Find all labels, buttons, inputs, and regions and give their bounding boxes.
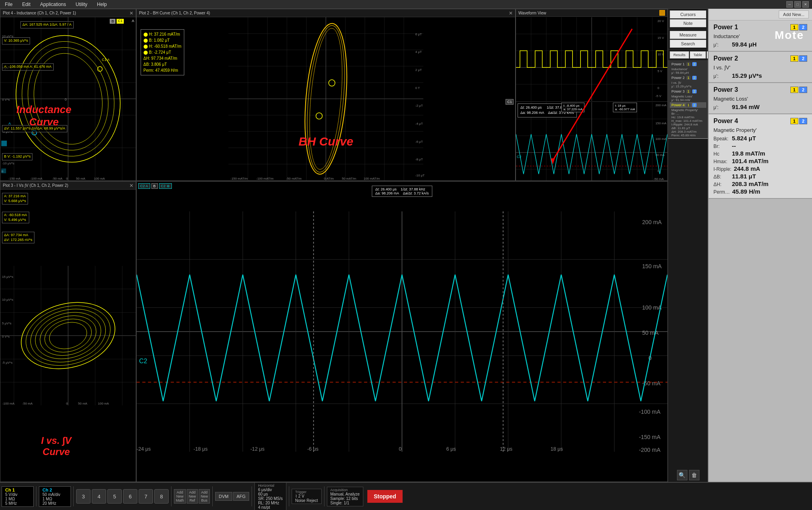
power4-bpeak-row: Bpeak: 5.824 μT (713, 135, 807, 142)
num-btn-6[interactable]: 6 (123, 489, 137, 504)
ch2-ohm: 1 MΩ (42, 497, 67, 501)
ivj-close[interactable]: ✕ (129, 183, 133, 188)
svg-text:0 V*s: 0 V*s (2, 98, 10, 101)
menu-help[interactable]: Help (95, 1, 109, 8)
stopped-button[interactable]: Stopped (367, 490, 403, 503)
measure-btn[interactable]: Measure (670, 31, 706, 39)
t2-cursor: t: 18 μsa: -60.977 mA (613, 103, 637, 112)
svg-text:200 mA: 200 mA (655, 103, 667, 107)
power1-ch2-badge: 2 (799, 24, 807, 30)
inductance-ch-b: B (110, 19, 115, 24)
ch1-vdiv: 5 V/div (5, 492, 30, 497)
svg-text:100 mAT/m: 100 mAT/m (364, 177, 380, 180)
inductance-canvas[interactable]: 0 0 V*s 5 μV*s 10 μV*s -5 μV*s -10 μV*s (0, 17, 136, 180)
c2-o-badge: C2 ⊕ (159, 183, 172, 189)
table-btn[interactable]: Table (690, 51, 706, 59)
svg-text:-18 μs: -18 μs (193, 446, 208, 452)
svg-text:C1 A: C1 A (102, 58, 109, 62)
menu-edit[interactable]: Edit (20, 1, 32, 8)
waveform-bottom-area[interactable]: 200 mA 150 mA 100 mA 50 mA 0 -50 mA -100… (516, 102, 667, 181)
num-btn-3[interactable]: 3 (76, 489, 91, 504)
results-btn[interactable]: Results (670, 51, 689, 59)
bh-close[interactable]: ✕ (509, 10, 513, 16)
power4-iripple-label: I-Ripple: (713, 166, 731, 172)
bottom-waveform-canvas[interactable]: 200 mA 150 mA 100 mA 50 mA 0 -50 mA -100… (137, 182, 667, 482)
acq-label: Acquisition (330, 488, 360, 492)
waveform-top-area[interactable]: 20 V 15 V 10 V 5 V 0 -5 V (516, 17, 667, 102)
afg-btn[interactable]: AFG (233, 492, 250, 501)
inductance-ch-a: A (132, 19, 134, 23)
menu-utility[interactable]: Utility (74, 1, 89, 8)
note-btn[interactable]: Note (670, 19, 706, 27)
svg-text:50 mA: 50 mA (642, 330, 659, 336)
status-divider-7 (324, 486, 324, 506)
power1-mu-label: μ': (713, 42, 729, 48)
zoom-minus-btn[interactable]: 🔍 (677, 470, 687, 480)
middle-sidebar: Cursors Note Measure Search Results Tabl… (668, 9, 708, 482)
add-bus-btn[interactable]: AddNewBus (199, 489, 210, 504)
add-math-btn[interactable]: AddNewMath (174, 489, 186, 504)
ivj-canvas[interactable]: 15 μV*s 10 μV*s 5 μV*s 0 V*s -5 μV*s (0, 190, 136, 482)
cursors-btn[interactable]: Cursors (670, 10, 706, 18)
inductance-close[interactable]: ✕ (129, 10, 133, 16)
close-button[interactable]: ✕ (802, 1, 809, 8)
svg-text:0 V*s: 0 V*s (2, 335, 10, 338)
power2-subtitle: I vs. ∫V' (713, 65, 807, 71)
svg-text:-24 μs: -24 μs (137, 446, 151, 452)
bh-svg: 6 μT 4 μT 2 μT 0 T -2 μT -4 μT -6 μT -8 … (137, 17, 515, 180)
bottom-waveform-panel: 200 mA 150 mA 100 mA 50 mA 0 -50 mA -100… (136, 181, 668, 482)
sidebar-power3-item[interactable]: Power 3 1 2 (670, 89, 706, 94)
num-btn-5[interactable]: 5 (107, 489, 122, 504)
sidebar-power2-item[interactable]: Power 2 1 2 (670, 75, 706, 81)
num-btn-4[interactable]: 4 (92, 489, 106, 504)
dvm-btn[interactable]: DVM (215, 492, 232, 501)
power4-hc-value: 19.8 mAT/m (732, 150, 765, 157)
bottom-waveform-grid (137, 211, 667, 451)
svg-text:0: 0 (66, 177, 68, 180)
sidebar-power1-item[interactable]: Power 1 1 2 (670, 61, 706, 67)
power4-card: Power 4 1 2 Magnetic Property' Bpeak: 5.… (709, 114, 812, 199)
power2-mu-row: μ': 15.29 μV*s (713, 72, 807, 79)
horizontal-label: Horizontal (258, 484, 283, 488)
add-ref-btn[interactable]: AddNewRef (187, 489, 198, 504)
power1-title: Power 1 (713, 24, 738, 31)
p1-badge2: 2 (692, 62, 697, 66)
bh-title-bar: Plot 2 - BH Curve (Ch 1, Ch 2, Power 4) … (137, 9, 515, 17)
bottom-cursor-info: Δt: 26.400 μs 1/Δt: 37.88 kHz Δa: 98.206… (372, 186, 433, 197)
num-btn-8[interactable]: 8 (154, 489, 169, 504)
svg-text:-6 μT: -6 μT (415, 140, 423, 144)
svg-text:12 μs: 12 μs (500, 446, 512, 452)
menu-applications[interactable]: Applications (38, 1, 68, 8)
minimize-button[interactable]: ─ (786, 1, 793, 8)
bh-canvas[interactable]: 6 μT 4 μT 2 μT 0 T -2 μT -4 μT -6 μT -8 … (137, 17, 515, 180)
power1-mu-value: 59.84 μH (732, 41, 757, 48)
power4-br-row: Br: -- (713, 142, 807, 149)
delete-btn[interactable]: 🗑 (689, 470, 699, 480)
status-bar: Ch 1 5 V/div 1 MΩ 5 MHz Ch 2 50 mA/div 1… (0, 482, 812, 510)
maximize-button[interactable]: □ (794, 1, 801, 8)
search-btn[interactable]: Search (670, 40, 706, 48)
acq-single: Single: 1/1 (330, 501, 360, 505)
h-sr: SR: 250 MS/s (258, 496, 283, 501)
power3-ch2-badge: 2 (799, 87, 807, 93)
svg-text:50 mAT/m: 50 mAT/m (342, 177, 356, 180)
top-panels-row: Plot 4 - Inductance (Ch 1, Ch 2, Power 1… (0, 9, 668, 181)
p4-sub: Magnetic Property'Br: ...Hc: 19.8 mAT/mH… (670, 108, 706, 138)
add-new-btn[interactable]: Add New... (779, 10, 809, 18)
sidebar-add-new-area: Add New... (709, 9, 812, 20)
sidebar-power4-item[interactable]: Power 4 1 2 (670, 102, 706, 108)
svg-text:100 mA: 100 mA (642, 304, 662, 311)
svg-text:15 μV*s: 15 μV*s (2, 275, 13, 279)
ch1-indicator: Ch 1 5 V/div 1 MΩ 5 MHz (2, 486, 34, 507)
num-btn-7[interactable]: 7 (139, 489, 153, 504)
bh-cursor-1 (328, 80, 335, 86)
trigger-indicator (659, 10, 665, 16)
waveform-title: Waveform View (518, 11, 546, 15)
svg-text:-6 μs: -6 μs (307, 446, 318, 452)
menu-file[interactable]: File (3, 1, 14, 8)
svg-text:100 mA: 100 mA (98, 402, 109, 405)
power4-badges: 1 2 (790, 118, 807, 124)
svg-text:-5 V: -5 V (655, 94, 661, 98)
power3-badges: 1 2 (790, 87, 807, 93)
trigger-section: Trigger ⌇ 2 V Noise Reject (292, 489, 322, 504)
